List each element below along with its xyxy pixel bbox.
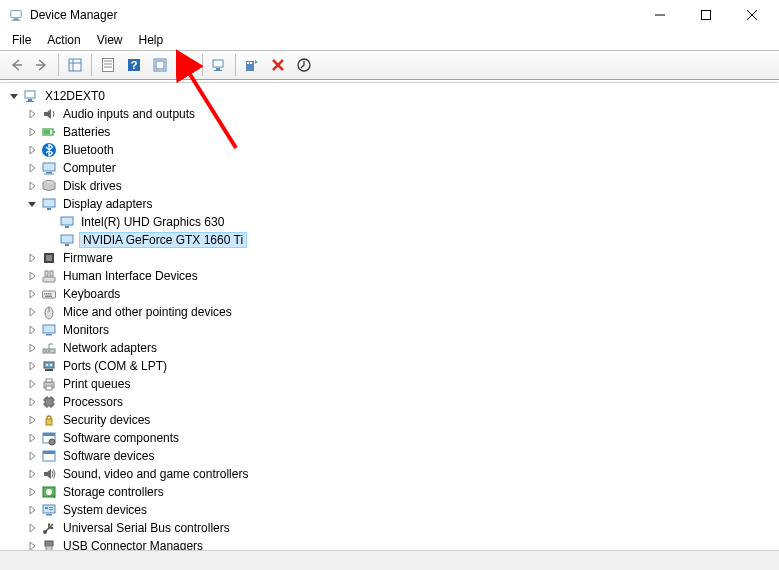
help-toolbar-button[interactable]: ? xyxy=(122,53,146,77)
scan-hardware-button[interactable] xyxy=(240,53,264,77)
show-hidden-devices-button[interactable] xyxy=(63,53,87,77)
svg-rect-73 xyxy=(46,386,52,390)
titlebar[interactable]: Device Manager xyxy=(0,0,779,30)
system-icon xyxy=(41,502,57,518)
svg-rect-55 xyxy=(44,293,46,295)
scan-page-button[interactable] xyxy=(148,53,172,77)
tree-item[interactable]: Network adapters xyxy=(1,339,778,357)
disable-device-button[interactable] xyxy=(266,53,290,77)
expander-icon[interactable] xyxy=(25,179,39,193)
tree-item[interactable]: System devices xyxy=(1,501,778,519)
expander-icon[interactable] xyxy=(25,107,39,121)
expander-icon[interactable] xyxy=(25,395,39,409)
expander-icon[interactable] xyxy=(25,251,39,265)
tree-label: Print queues xyxy=(61,377,132,391)
expander-icon[interactable] xyxy=(25,521,39,535)
svg-rect-83 xyxy=(46,419,52,425)
expander-icon[interactable] xyxy=(25,305,39,319)
tree-root[interactable]: X12DEXT0 xyxy=(1,87,778,105)
tree-item[interactable]: Software components xyxy=(1,429,778,447)
svg-rect-45 xyxy=(61,217,73,225)
tree-item[interactable]: Mice and other pointing devices xyxy=(1,303,778,321)
minimize-button[interactable] xyxy=(637,0,683,30)
stop-button[interactable] xyxy=(292,53,316,77)
tree-item[interactable]: Ports (COM & LPT) xyxy=(1,357,778,375)
tree-item[interactable]: Human Interface Devices xyxy=(1,267,778,285)
tree-label: Monitors xyxy=(61,323,111,337)
keyboard-icon xyxy=(41,286,57,302)
svg-rect-48 xyxy=(65,244,69,246)
expander-icon[interactable] xyxy=(25,539,39,550)
battery-icon xyxy=(41,124,57,140)
tree-item[interactable]: Sound, video and game controllers xyxy=(1,465,778,483)
expander-icon[interactable] xyxy=(25,359,39,373)
expander-icon[interactable] xyxy=(25,431,39,445)
tree-label: Firmware xyxy=(61,251,115,265)
network-icon xyxy=(41,340,57,356)
svg-point-97 xyxy=(51,527,54,530)
tree-label: Mice and other pointing devices xyxy=(61,305,234,319)
menu-file[interactable]: File xyxy=(4,32,39,48)
expander-icon[interactable] xyxy=(25,341,39,355)
tree-item[interactable]: Disk drives xyxy=(1,177,778,195)
tree-label: Bluetooth xyxy=(61,143,116,157)
tree-item[interactable]: Firmware xyxy=(1,249,778,267)
tree-item[interactable]: Software devices xyxy=(1,447,778,465)
tree-item[interactable]: Monitors xyxy=(1,321,778,339)
tree-item[interactable]: Universal Serial Bus controllers xyxy=(1,519,778,537)
expander-icon[interactable] xyxy=(25,503,39,517)
tree-label: Ports (COM & LPT) xyxy=(61,359,169,373)
expander-icon[interactable] xyxy=(25,143,39,157)
back-button[interactable] xyxy=(4,53,28,77)
tree-label: Batteries xyxy=(61,125,112,139)
tree-label: Audio inputs and outputs xyxy=(61,107,197,121)
expander-icon[interactable] xyxy=(25,413,39,427)
tree-item[interactable]: NVIDIA GeForce GTX 1660 Ti xyxy=(1,231,778,249)
expander-icon[interactable] xyxy=(25,377,39,391)
tree-item[interactable]: Bluetooth xyxy=(1,141,778,159)
tree-item[interactable]: Security devices xyxy=(1,411,778,429)
tree-label: X12DEXT0 xyxy=(43,89,107,103)
tree-item[interactable]: Processors xyxy=(1,393,778,411)
svg-rect-58 xyxy=(50,293,52,295)
tree-item[interactable]: Intel(R) UHD Graphics 630 xyxy=(1,213,778,231)
expander-icon[interactable] xyxy=(25,467,39,481)
tree-item[interactable]: Audio inputs and outputs xyxy=(1,105,778,123)
tree-item[interactable]: Batteries xyxy=(1,123,778,141)
window-title: Device Manager xyxy=(30,8,117,22)
maximize-button[interactable] xyxy=(683,0,729,30)
expander-icon[interactable] xyxy=(25,125,39,139)
tree-item[interactable]: Keyboards xyxy=(1,285,778,303)
tree-label: Human Interface Devices xyxy=(61,269,200,283)
tree-item[interactable]: Print queues xyxy=(1,375,778,393)
tree-item[interactable]: Computer xyxy=(1,159,778,177)
device-tree[interactable]: X12DEXT0 Audio inputs and outputs Batter… xyxy=(1,82,778,550)
expander-icon[interactable] xyxy=(25,449,39,463)
uninstall-device-button[interactable] xyxy=(207,53,231,77)
expander-icon[interactable] xyxy=(25,269,39,283)
usb-icon xyxy=(41,520,57,536)
tree-label: System devices xyxy=(61,503,149,517)
svg-rect-56 xyxy=(46,293,48,295)
tree-label: Software components xyxy=(61,431,181,445)
expander-icon[interactable] xyxy=(25,485,39,499)
printer-icon xyxy=(41,376,57,392)
update-driver-button[interactable] xyxy=(174,53,198,77)
tree-item[interactable]: USB Connector Managers xyxy=(1,537,778,550)
menu-view[interactable]: View xyxy=(89,32,131,48)
forward-button[interactable] xyxy=(30,53,54,77)
expander-icon[interactable] xyxy=(7,89,21,103)
svg-point-68 xyxy=(46,364,48,366)
expander-icon[interactable] xyxy=(25,287,39,301)
toolbar-separator xyxy=(235,54,236,76)
tree-item[interactable]: Storage controllers xyxy=(1,483,778,501)
menu-help[interactable]: Help xyxy=(131,32,172,48)
tree-item[interactable]: Display adapters xyxy=(1,195,778,213)
expander-icon[interactable] xyxy=(25,323,39,337)
expander-icon[interactable] xyxy=(25,197,39,211)
close-button[interactable] xyxy=(729,0,775,30)
menu-action[interactable]: Action xyxy=(39,32,88,48)
svg-rect-88 xyxy=(43,451,55,454)
expander-icon[interactable] xyxy=(25,161,39,175)
properties-button[interactable] xyxy=(96,53,120,77)
